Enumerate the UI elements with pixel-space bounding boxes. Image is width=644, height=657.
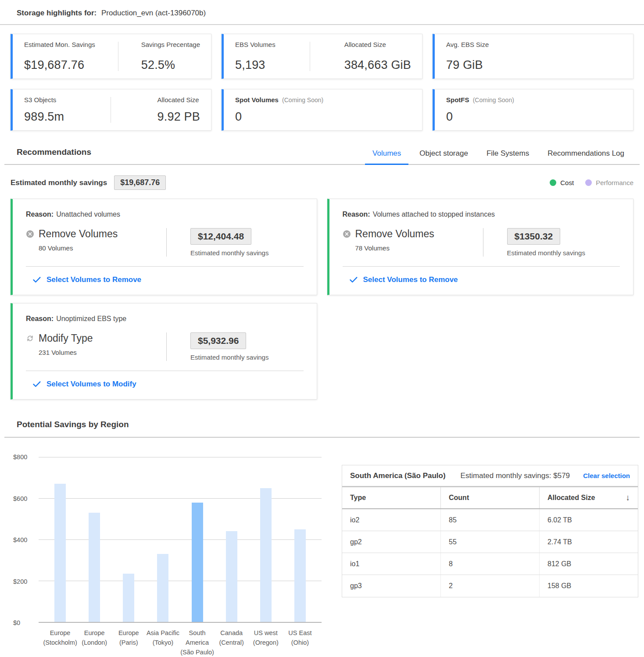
- stat-value: 0: [446, 110, 514, 124]
- table-cell: 55: [440, 531, 539, 553]
- table-row[interactable]: gp32158 GB: [342, 575, 638, 597]
- divider: [483, 228, 483, 257]
- stat-label: Avg. EBS Size: [446, 41, 489, 48]
- cta-label: Select Volumes to Modify: [47, 380, 136, 389]
- stat-label: S3 Objects: [24, 96, 64, 104]
- legend: Cost Performance: [550, 179, 633, 186]
- card-ebs-volumes: EBS Volumes 5,193 Allocated Size 384,663…: [222, 34, 422, 79]
- column-header-count: Count: [440, 487, 539, 508]
- savings-summary-row: Estimated monthly savings $19,687.76 Cos…: [0, 165, 644, 192]
- stat-spotfs: SpotFS (Coming Soon) 0: [446, 96, 514, 124]
- bar-asia-pacific-tokyo[interactable]: [157, 554, 168, 622]
- stat-value: 79 GiB: [446, 58, 489, 72]
- bar-canada-central[interactable]: [226, 531, 237, 622]
- chart-y-axis: $800$600$400$200$0: [13, 457, 39, 623]
- recommendations-title: Recommendations: [17, 147, 91, 164]
- stat-savings-percentage: Savings Precentage 52.5%: [141, 41, 200, 72]
- table-body: io2856.02 TBgp2552.74 TBio18812 GBgp3215…: [342, 509, 638, 597]
- select-volumes-to-modify-link[interactable]: Select Volumes to Modify: [26, 371, 304, 399]
- card-spot-volumes: Spot Volumes (Coming Soon) 0: [222, 89, 422, 131]
- card-avg-ebs-size: Avg. EBS Size 79 GiB: [433, 34, 633, 79]
- recommendation-cards: Reason:Unattached volumes Remove Volumes…: [0, 192, 644, 400]
- savings-by-region-chart: $800$600$400$200$0 Europe(Stockholm)Euro…: [13, 457, 322, 657]
- column-header-type: Type: [342, 487, 440, 508]
- action-title: Remove Volumes: [355, 228, 434, 240]
- stat-value: 5,193: [235, 58, 275, 72]
- stat-ebs-allocated-size: Allocated Size 384,663 GiB: [344, 41, 411, 72]
- stat-spot-volumes: Spot Volumes (Coming Soon) 0: [235, 96, 323, 124]
- region-section-header: Potential Savings by Region: [4, 420, 640, 438]
- reason-text: Volumes attached to stopped instances: [373, 211, 495, 218]
- select-volumes-to-remove-link[interactable]: Select Volumes to Remove: [26, 267, 304, 295]
- remove-circle-icon: [343, 230, 351, 238]
- x-tick-label: US East(Ohio): [283, 628, 317, 657]
- table-row[interactable]: io18812 GB: [342, 553, 638, 575]
- tab-volumes[interactable]: Volumes: [363, 149, 410, 164]
- x-tick-label: Europe(Paris): [111, 628, 146, 657]
- x-tick-label: Europe(London): [77, 628, 111, 657]
- column-header-allocated-size[interactable]: Allocated Size ↓: [539, 487, 638, 508]
- table-row[interactable]: io2856.02 TB: [342, 509, 638, 531]
- reason-label: Reason:: [26, 315, 54, 322]
- bar-europe-stockholm[interactable]: [54, 484, 66, 622]
- reason-label: Reason:: [26, 211, 54, 218]
- bar-europe-london[interactable]: [89, 513, 100, 622]
- volume-count: 231 Volumes: [39, 349, 166, 356]
- bar-south-america-s-o-paulo[interactable]: [192, 503, 203, 622]
- table-row[interactable]: gp2552.74 TB: [342, 531, 638, 553]
- table-cell: 158 GB: [539, 575, 638, 597]
- stat-label: EBS Volumes: [235, 41, 275, 48]
- y-tick-label: $0: [13, 619, 20, 626]
- table-cell: 6.02 TB: [539, 509, 638, 531]
- coming-soon-tag: (Coming Soon): [473, 96, 514, 104]
- stat-value: 9.92 PB: [157, 110, 200, 124]
- table-cell: 812 GB: [539, 553, 638, 575]
- x-tick-label: Canada(Central): [215, 628, 249, 657]
- account-name: Production_evn (act-1396070b): [101, 9, 206, 17]
- card-spotfs: SpotFS (Coming Soon) 0: [433, 89, 633, 131]
- page-header: Storage highlights for: Production_evn (…: [0, 0, 644, 25]
- tab-file-systems[interactable]: File Systems: [477, 149, 538, 164]
- table-cell: gp2: [342, 531, 440, 553]
- recommendations-header: Recommendations Volumes Object storage F…: [4, 147, 640, 165]
- reason-line: Reason:Unoptimized EBS type: [26, 315, 304, 323]
- tab-recommendations-log[interactable]: Recommendations Log: [538, 149, 633, 164]
- recommendation-card-unattached: Reason:Unattached volumes Remove Volumes…: [11, 199, 317, 295]
- stat-label: Estimated Mon. Savings: [24, 41, 95, 48]
- reason-text: Unoptimized EBS type: [56, 315, 126, 322]
- tabs: Volumes Object storage File Systems Reco…: [363, 149, 633, 164]
- select-volumes-to-remove-link[interactable]: Select Volumes to Remove: [343, 267, 620, 295]
- x-tick-label: Asia Pacific(Tokyo): [146, 628, 180, 657]
- reason-line: Reason:Unattached volumes: [26, 211, 304, 218]
- x-tick-label: Europe(Stockholm): [43, 628, 77, 657]
- reason-label: Reason:: [343, 211, 370, 218]
- sort-descending-icon[interactable]: ↓: [626, 493, 630, 503]
- tab-object-storage[interactable]: Object storage: [410, 149, 477, 164]
- column-header-label: Allocated Size: [547, 494, 595, 502]
- divider: [118, 42, 118, 71]
- table-cell: 8: [440, 553, 539, 575]
- table-cell: gp3: [342, 575, 440, 597]
- check-icon: [33, 277, 41, 283]
- recommendation-card-unoptimized-type: Reason:Unoptimized EBS type Modify Type: [11, 303, 317, 400]
- performance-legend-dot: [585, 179, 592, 186]
- chart-bars: [39, 457, 322, 622]
- clear-selection-link[interactable]: Clear selection: [583, 472, 630, 479]
- stat-label: Allocated Size: [157, 96, 200, 104]
- cta-label: Select Volumes to Remove: [363, 275, 458, 284]
- bar-europe-paris[interactable]: [123, 574, 134, 622]
- remove-circle-icon: [26, 230, 34, 238]
- action-row: Remove Volumes 78 Volumes $1350.32 Estim…: [343, 228, 620, 257]
- legend-label: Performance: [596, 179, 633, 186]
- bar-us-west-oregon[interactable]: [260, 488, 272, 622]
- table-cell: 2: [440, 575, 539, 597]
- y-tick-label: $400: [13, 536, 27, 543]
- stat-value: $19,687.76: [24, 58, 95, 72]
- action-row: Modify Type 231 Volumes $5,932.96 Estima…: [26, 332, 304, 361]
- stat-value: 52.5%: [141, 58, 200, 72]
- legend-item-performance: Performance: [585, 179, 633, 186]
- divider: [310, 42, 310, 71]
- action-row: Remove Volumes 80 Volumes $12,404.48 Est…: [26, 228, 304, 257]
- stat-estimated-mon-savings: Estimated Mon. Savings $19,687.76: [24, 41, 95, 72]
- bar-us-east-ohio[interactable]: [294, 529, 306, 622]
